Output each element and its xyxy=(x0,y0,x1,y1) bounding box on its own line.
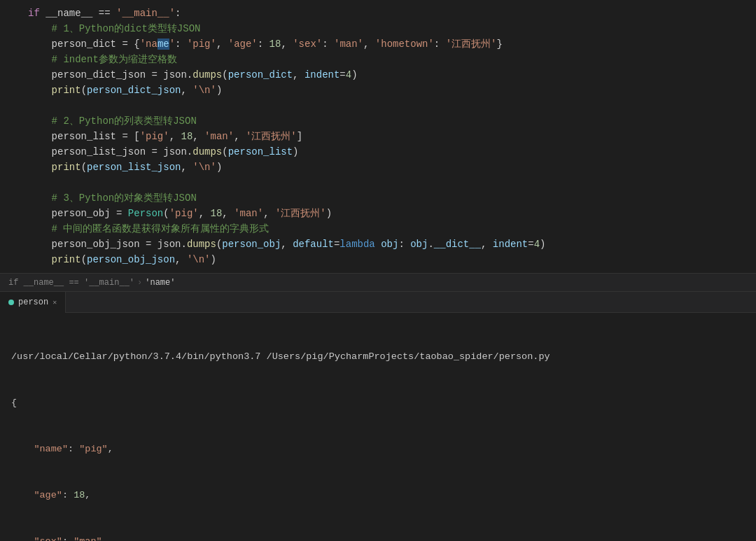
code-line-13: # 3、Python的对象类型转JSON xyxy=(0,190,756,206)
code-line-3: person_dict = {'name': 'pig', 'age': 18,… xyxy=(0,36,756,52)
code-line-14: person_obj = Person('pig', 18, 'man', '江… xyxy=(0,206,756,221)
code-line-8: # 2、Python的列表类型转JSON xyxy=(0,113,756,129)
code-line-9: person_list = ['pig', 18, 'man', '江西抚州'] xyxy=(0,129,756,144)
breadcrumb-separator: › xyxy=(137,278,142,288)
output-brace-open-1: { xyxy=(11,395,745,411)
code-line-11: print(person_list_json, '\n') xyxy=(0,160,756,175)
output-tab-label: person xyxy=(18,297,48,307)
tab-dot xyxy=(8,300,14,305)
code-line-12 xyxy=(0,175,756,190)
breadcrumb-bar: if __name__ == '__main__' › 'name' xyxy=(0,273,756,291)
output-tab-person[interactable]: person ✕ xyxy=(0,292,66,313)
code-line-15: # 中间的匿名函数是获得对象所有属性的字典形式 xyxy=(0,221,756,237)
output-command-line: /usr/local/Cellar/python/3.7.4/bin/pytho… xyxy=(11,349,745,365)
output-tab-bar: person ✕ xyxy=(0,292,756,313)
code-line-5: person_dict_json = json.dumps(person_dic… xyxy=(0,67,756,83)
output-age-line: "age": 18, xyxy=(11,488,745,503)
output-name-line: "name": "pig", xyxy=(11,442,745,457)
code-line-10: person_list_json = json.dumps(person_lis… xyxy=(0,144,756,160)
code-line-7 xyxy=(0,98,756,113)
tab-close-icon[interactable]: ✕ xyxy=(52,298,57,307)
code-line-16: person_obj_json = json.dumps(person_obj,… xyxy=(0,237,756,252)
output-content: /usr/local/Cellar/python/3.7.4/bin/pytho… xyxy=(0,313,756,541)
output-panel: person ✕ /usr/local/Cellar/python/3.7.4/… xyxy=(0,291,756,541)
code-line-17: print(person_obj_json, '\n') xyxy=(0,252,756,267)
breadcrumb-name: 'name' xyxy=(145,278,175,288)
code-line-1: if __name__ == '__main__': xyxy=(0,6,756,21)
code-line-2: # 1、Python的dict类型转JSON xyxy=(0,21,756,36)
code-line-4: # indent参数为缩进空格数 xyxy=(0,52,756,67)
breadcrumb-main: if __name__ == '__main__' xyxy=(8,278,134,288)
code-line-6: print(person_dict_json, '\n') xyxy=(0,83,756,98)
editor-pane: if __name__ == '__main__': # 1、Python的di… xyxy=(0,0,756,273)
output-sex-line: "sex": "man", xyxy=(11,534,745,541)
